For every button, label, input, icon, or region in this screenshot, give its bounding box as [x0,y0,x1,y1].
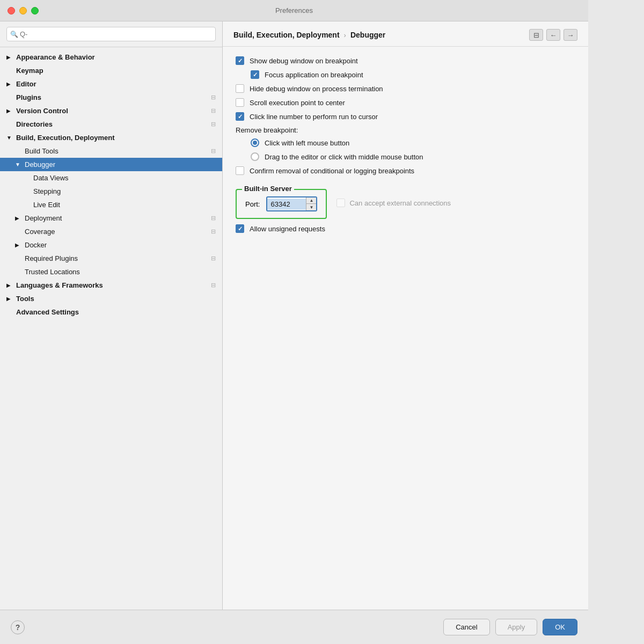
sidebar-item-label: Stepping [33,187,216,195]
sidebar-item-required-plugins[interactable]: Required Plugins⊟ [0,252,222,265]
server-section: Built-in Server Port: ▲ ▼ [236,181,575,224]
sidebar-item-keymap[interactable]: Keymap [0,64,222,77]
sidebar-item-version-control[interactable]: ▶Version Control⊟ [0,104,222,118]
chevron-icon: ▶ [6,296,13,302]
port-input[interactable] [267,199,306,210]
sidebar-item-editor[interactable]: ▶Editor [0,77,222,91]
port-input-wrap: ▲ ▼ [266,196,317,211]
sidebar-item-label: Deployment [25,214,211,222]
sidebar-item-coverage[interactable]: Coverage⊟ [0,225,222,238]
bottom-right: Cancel Apply OK [443,619,577,635]
chevron-icon: ▼ [15,162,21,167]
nav-items: ▶Appearance & BehaviorKeymap▶EditorPlugi… [0,47,222,610]
close-button[interactable] [8,7,15,14]
hide-debug-window-label: Hide debug window on process termination [250,85,383,93]
remove-breakpoint-label: Remove breakpoint: [236,126,575,134]
settings-icon: ⊟ [211,228,216,235]
sidebar-item-label: Appearance & Behavior [16,53,216,61]
traffic-lights [8,7,39,14]
radio-drag-editor-label: Drag to the editor or click with middle … [265,153,423,161]
chevron-icon: ▼ [6,135,13,141]
focus-application-row: Focus application on breakpoint [236,70,575,79]
sidebar-item-label: Data Views [33,174,216,182]
search-icon: 🔍 [10,31,18,38]
sidebar-item-advanced-settings[interactable]: Advanced Settings [0,305,222,319]
port-row: Port: ▲ ▼ [245,196,317,211]
sidebar-item-data-views[interactable]: Data Views [0,171,222,185]
settings-icon: ⊟ [211,148,216,155]
search-input[interactable] [6,27,216,41]
allow-unsigned-label: Allow unsigned requests [250,225,325,233]
title-bar: Preferences [0,0,588,21]
focus-application-label: Focus application on breakpoint [265,71,363,79]
sidebar-item-label: Plugins [16,93,211,101]
show-debug-window-checkbox[interactable] [236,56,244,65]
sidebar-item-trusted-locations[interactable]: Trusted Locations [0,265,222,279]
sidebar-item-build-execution-deployment[interactable]: ▼Build, Execution, Deployment [0,131,222,144]
breadcrumb: Build, Execution, Deployment › Debugger [233,31,529,39]
focus-application-checkbox[interactable] [251,70,259,79]
sidebar-item-label: Build Tools [25,147,211,155]
scroll-execution-checkbox[interactable] [236,98,244,107]
back-button[interactable]: ← [546,29,560,41]
sidebar: 🔍 ▶Appearance & BehaviorKeymap▶EditorPlu… [0,21,223,610]
apply-button[interactable]: Apply [495,619,538,635]
port-decrement-button[interactable]: ▼ [306,204,316,210]
sidebar-item-appearance[interactable]: ▶Appearance & Behavior [0,50,222,64]
settings-icon: ⊟ [211,215,216,222]
sidebar-item-label: Docker [25,241,216,249]
radio-drag-editor-row: Drag to the editor or click with middle … [236,152,575,161]
sidebar-item-languages-frameworks[interactable]: ▶Languages & Frameworks⊟ [0,279,222,292]
cancel-button[interactable]: Cancel [443,619,489,635]
sidebar-item-build-tools[interactable]: Build Tools⊟ [0,144,222,158]
radio-drag-editor[interactable] [251,152,259,161]
scroll-execution-row: Scroll execution point to center [236,98,575,107]
sidebar-item-label: Languages & Frameworks [16,281,211,289]
can-accept-checkbox[interactable] [336,199,345,207]
radio-click-left[interactable] [251,138,259,147]
maximize-button[interactable] [31,7,39,14]
server-box: Built-in Server Port: ▲ ▼ [236,189,327,219]
sidebar-item-label: Debugger [25,160,216,169]
help-button[interactable]: ? [11,620,25,634]
hide-debug-window-checkbox[interactable] [236,84,244,93]
sidebar-item-label: Keymap [16,67,216,75]
sidebar-item-stepping[interactable]: Stepping [0,185,222,198]
can-accept-label: Can accept external connections [349,199,451,207]
settings-icon: ⊟ [211,94,216,101]
allow-unsigned-checkbox[interactable] [236,224,244,233]
confirm-removal-checkbox[interactable] [236,166,244,175]
bottom-bar: ? Cancel Apply OK [0,610,588,644]
radio-click-left-row: Click with left mouse button [236,138,575,147]
sidebar-item-label: Advanced Settings [16,308,216,316]
chevron-icon: ▶ [6,81,13,87]
allow-unsigned-row: Allow unsigned requests [236,224,575,233]
settings-icon: ⊟ [211,255,216,262]
sidebar-item-tools[interactable]: ▶Tools [0,292,222,305]
sidebar-item-live-edit[interactable]: Live Edit [0,198,222,211]
right-panel: Build, Execution, Deployment › Debugger … [223,21,588,610]
nav-icon-button[interactable]: ⊟ [529,29,543,41]
panel-header: Build, Execution, Deployment › Debugger … [223,21,588,47]
chevron-icon: ▶ [6,54,13,60]
server-box-legend: Built-in Server [242,185,294,193]
sidebar-item-label: Editor [16,80,216,88]
sidebar-item-label: Tools [16,295,216,303]
click-line-number-checkbox[interactable] [236,112,244,121]
can-accept-row: Can accept external connections [336,199,451,207]
show-debug-window-label: Show debug window on breakpoint [250,57,358,65]
forward-button[interactable]: → [564,29,577,41]
port-increment-button[interactable]: ▲ [306,197,316,204]
minimize-button[interactable] [19,7,27,14]
ok-button[interactable]: OK [543,619,577,635]
sidebar-item-docker[interactable]: ▶Docker [0,238,222,252]
sidebar-item-deployment[interactable]: ▶Deployment⊟ [0,211,222,225]
sidebar-item-debugger[interactable]: ▼Debugger [0,158,222,171]
sidebar-item-directories[interactable]: Directories⊟ [0,118,222,131]
sidebar-item-plugins[interactable]: Plugins⊟ [0,91,222,104]
sidebar-item-label: Build, Execution, Deployment [16,134,216,142]
settings-icon: ⊟ [211,282,216,289]
sidebar-item-label: Live Edit [33,201,216,209]
chevron-icon: ▶ [6,108,13,114]
confirm-removal-row: Confirm removal of conditional or loggin… [236,166,575,175]
